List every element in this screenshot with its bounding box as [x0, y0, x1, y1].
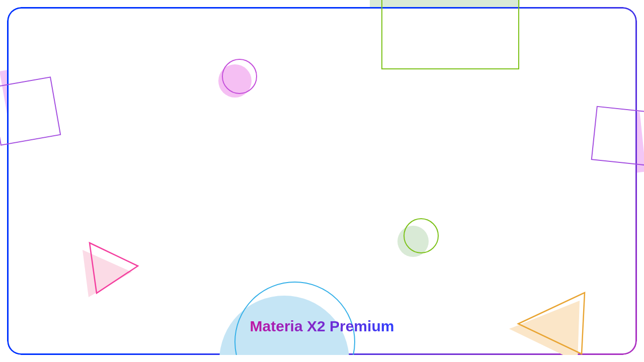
- gradient-border-frame: Materia X2 Premium: [7, 7, 637, 355]
- triangle-fill-pink: [77, 246, 138, 303]
- triangle-outline-pink: [83, 241, 143, 298]
- circle-outline-green: [404, 218, 439, 253]
- circle-fill-magenta: [218, 64, 252, 98]
- slide-title: Materia X2 Premium: [7, 318, 637, 335]
- svg-marker-0: [83, 250, 132, 297]
- circle-fill-green: [397, 226, 429, 257]
- circle-outline-magenta: [222, 59, 257, 94]
- svg-marker-1: [90, 243, 138, 293]
